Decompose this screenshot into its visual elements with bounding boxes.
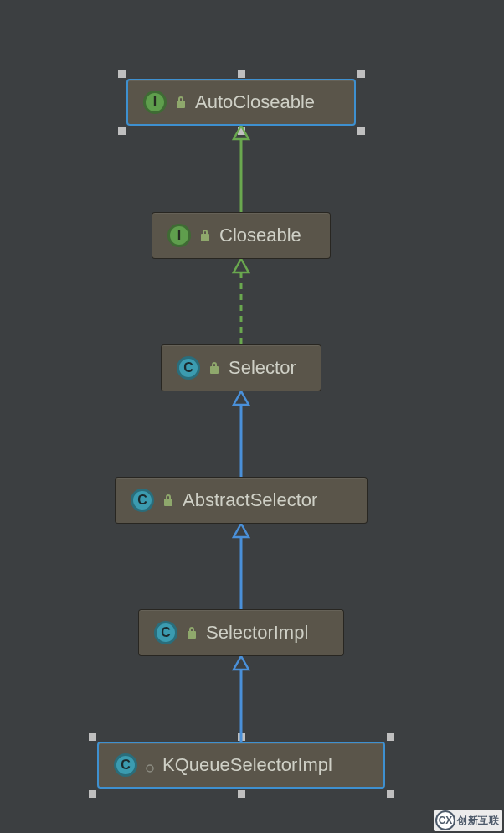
lock-icon (162, 494, 174, 507)
selection-handle[interactable] (89, 790, 96, 798)
selection-handle[interactable] (387, 790, 394, 798)
selection-handle[interactable] (118, 127, 126, 135)
uml-node-selector[interactable]: CSelector (161, 344, 321, 391)
svg-marker-4 (234, 259, 249, 272)
node-label: SelectorImpl (206, 622, 308, 644)
class-badge: C (177, 356, 200, 380)
uml-node-abstractsel[interactable]: CAbstractSelector (115, 477, 368, 524)
selection-handle[interactable] (387, 733, 394, 741)
uml-node-kqueueselimpl[interactable]: CKQueueSelectorImpl (97, 742, 385, 789)
node-label: Selector (229, 357, 296, 379)
node-label: AbstractSelector (183, 489, 317, 511)
lock-icon (199, 229, 211, 242)
selection-handle[interactable] (238, 790, 245, 798)
selection-handle[interactable] (357, 127, 365, 135)
svg-marker-8 (234, 524, 249, 537)
selection-handle[interactable] (357, 70, 365, 78)
uml-edge (229, 391, 254, 477)
svg-marker-10 (234, 656, 249, 670)
class-badge: C (114, 753, 137, 777)
uml-edge (229, 126, 254, 212)
diagram-canvas[interactable]: IAutoCloseableICloseableCSelectorCAbstra… (0, 0, 504, 833)
class-badge: C (154, 621, 177, 644)
class-badge: C (131, 489, 154, 512)
uml-node-closeable[interactable]: ICloseable (152, 212, 331, 259)
watermark: CX创新互联 (434, 810, 502, 831)
selection-handle[interactable] (89, 733, 96, 741)
circle-icon (146, 761, 154, 769)
watermark-logo: CX (435, 810, 455, 830)
lock-icon (175, 96, 187, 109)
node-label: KQueueSelectorImpl (162, 754, 332, 776)
watermark-text: 创新互联 (457, 814, 499, 828)
uml-edge (229, 656, 254, 742)
uml-edge (229, 259, 254, 344)
svg-marker-6 (234, 391, 249, 405)
svg-point-0 (147, 765, 153, 772)
selection-handle[interactable] (118, 70, 126, 78)
interface-badge: I (167, 224, 191, 247)
interface-badge: I (143, 91, 167, 114)
lock-icon (186, 626, 198, 639)
node-label: AutoCloseable (195, 91, 315, 113)
lock-icon (208, 361, 220, 375)
selection-handle[interactable] (238, 70, 245, 78)
uml-node-selectorimpl[interactable]: CSelectorImpl (138, 609, 344, 656)
uml-node-autocloseable[interactable]: IAutoCloseable (126, 79, 356, 126)
node-label: Closeable (219, 225, 301, 246)
uml-edge (229, 524, 254, 609)
svg-marker-2 (234, 126, 249, 139)
